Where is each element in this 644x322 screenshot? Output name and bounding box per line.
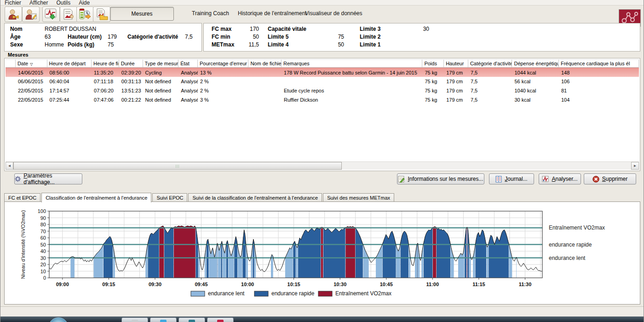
column-header-select[interactable] bbox=[6, 59, 16, 68]
measurement-import-button[interactable] bbox=[42, 6, 60, 22]
profile-age-label: Âge bbox=[10, 33, 21, 40]
journal-button[interactable]: Journal... bbox=[489, 173, 534, 184]
horizontal-scrollbar[interactable]: ◄ ► bbox=[6, 161, 639, 170]
fcmin-label: FC min bbox=[212, 33, 230, 40]
edit-note-icon bbox=[398, 176, 405, 183]
column-header-Date[interactable]: Date▽ bbox=[16, 59, 47, 68]
profile-panel: Nom ROBERT DOUSSAN Âge 63 Hauteur (cm) 1… bbox=[4, 23, 202, 52]
svg-text:11:15: 11:15 bbox=[472, 282, 485, 287]
nav-mesures-button[interactable]: Mesures bbox=[110, 7, 174, 21]
table-row[interactable]: 22/05/201517:14:5707:06:2013:51:23Not de… bbox=[6, 86, 639, 95]
display-settings-button[interactable]: Paramètres d'affichage... bbox=[14, 173, 82, 184]
cell: Analysé bbox=[178, 86, 198, 95]
menu-aide[interactable]: Aide bbox=[75, 0, 94, 6]
cell bbox=[248, 77, 282, 86]
limite4-label: Limite 4 bbox=[268, 41, 288, 48]
taskbar-button-4[interactable] bbox=[207, 317, 234, 322]
journal-icon bbox=[495, 176, 502, 183]
menu-bar: FichierAfficherOutilsAide bbox=[0, 0, 644, 6]
column-header-Catégorie d'activité[interactable]: Catégorie d'activité bbox=[468, 59, 512, 68]
table-body: 14/06/201508:56:0011:35:2002:39:20Cyclin… bbox=[6, 68, 639, 104]
profile-sexe-value: Homme bbox=[45, 41, 64, 48]
table-row[interactable]: 06/06/201506:40:0407:11:1800:31:13Not de… bbox=[6, 77, 639, 86]
cell: 2 % bbox=[198, 86, 248, 95]
nav-visualiseur-button[interactable]: Visualiseur de données bbox=[305, 7, 362, 20]
analyser-button[interactable]: Analyser... bbox=[539, 173, 581, 184]
user-switch-button[interactable] bbox=[5, 6, 22, 22]
open-measurement-folder-button[interactable] bbox=[93, 6, 110, 22]
nav-training-coach-button[interactable]: Training Coach bbox=[192, 7, 229, 20]
column-header-Dépense énergétique[interactable]: Dépense énergétique bbox=[512, 59, 558, 68]
scroll-right-button[interactable]: ► bbox=[631, 162, 639, 170]
column-header-Poids[interactable]: Poids bbox=[422, 59, 444, 68]
svg-text:endurance lent: endurance lent bbox=[208, 290, 245, 297]
taskbar-app-icon bbox=[132, 320, 138, 322]
column-header-Heure de départ[interactable]: Heure de départ bbox=[47, 59, 92, 68]
cell: 17:14:57 bbox=[47, 86, 92, 95]
heartrate-chart-icon bbox=[45, 8, 58, 20]
limite5-value: 75 bbox=[326, 33, 344, 40]
taskbar-button-1[interactable] bbox=[121, 317, 148, 322]
delete-icon bbox=[592, 176, 599, 183]
user-edit-button[interactable] bbox=[22, 6, 40, 22]
fcmax-value: 170 bbox=[241, 25, 259, 33]
taskbar-button-2[interactable] bbox=[150, 317, 177, 322]
gear-icon bbox=[15, 176, 21, 182]
cell bbox=[248, 68, 282, 77]
cell bbox=[282, 77, 422, 86]
tab-suivi-des-mesures-metmax[interactable]: Suivi des mesures METmax bbox=[323, 193, 394, 202]
cell bbox=[6, 77, 16, 86]
cell: 7,5 bbox=[468, 86, 512, 95]
svg-text:09:30: 09:30 bbox=[149, 282, 161, 287]
column-header-Type de mesure[interactable]: Type de mesure bbox=[143, 59, 179, 68]
taskbar-app-icon bbox=[189, 320, 195, 322]
document-folder-icon bbox=[95, 8, 108, 20]
supprimer-button[interactable]: Supprimer bbox=[584, 173, 636, 184]
tab-fc-et-epoc[interactable]: FC et EPOC bbox=[4, 193, 40, 202]
column-header-Hauteur[interactable]: Hauteur bbox=[444, 59, 468, 68]
tab-classification-de-l-entra-nement-l-endur[interactable]: Classification de l'entraînement à l'end… bbox=[41, 193, 151, 202]
taskbar-button-3[interactable] bbox=[178, 317, 205, 322]
svg-text:09:45: 09:45 bbox=[195, 282, 207, 287]
column-header-Pourcentage d'erreur[interactable]: Pourcentage d'erreur bbox=[198, 59, 248, 68]
capacite-label: Capacité vitale bbox=[268, 25, 306, 33]
device-sync-button[interactable] bbox=[76, 6, 94, 22]
svg-text:10: 10 bbox=[40, 269, 46, 274]
display-settings-label: Paramètres d'affichage... bbox=[23, 172, 82, 185]
svg-text:11:30: 11:30 bbox=[519, 282, 532, 287]
menu-outils[interactable]: Outils bbox=[52, 0, 75, 6]
scroll-left-button[interactable]: ◄ bbox=[6, 162, 13, 170]
column-header-Remarques[interactable]: Remarques bbox=[282, 59, 422, 68]
taskbar-app-icon bbox=[217, 320, 224, 322]
nav-historique-button[interactable]: Historique de l'entraînement bbox=[238, 7, 307, 20]
column-header-Nom de fichier[interactable]: Nom de fichier bbox=[248, 59, 282, 68]
measures-group-label: Mesures bbox=[7, 52, 29, 58]
menu-afficher[interactable]: Afficher bbox=[25, 0, 52, 6]
fcmax-label: FC max bbox=[212, 25, 231, 33]
cell bbox=[248, 86, 282, 95]
report-document-icon bbox=[62, 8, 75, 20]
cell: Analysé bbox=[178, 95, 198, 104]
tab-suivi-epoc[interactable]: Suivi EPOC bbox=[152, 193, 187, 202]
table-row[interactable]: 14/06/201508:56:0011:35:2002:39:20Cyclin… bbox=[6, 68, 639, 77]
column-header-État[interactable]: État bbox=[178, 59, 198, 68]
menu-fichier[interactable]: Fichier bbox=[0, 0, 25, 6]
column-header-Durée[interactable]: Durée bbox=[119, 59, 143, 68]
cell: 106 bbox=[559, 77, 639, 86]
toolbar: Mesures Training Coach Historique de l'e… bbox=[0, 6, 644, 22]
cell: 14/06/2015 bbox=[16, 68, 47, 77]
table-row[interactable]: 22/05/201507:25:4407:47:0600:21:22Not de… bbox=[6, 95, 639, 104]
cell bbox=[6, 68, 16, 77]
cell: 07:25:44 bbox=[47, 95, 92, 104]
cell: 75 kg bbox=[422, 77, 444, 86]
tab-suivi-de-la-classification-de-l-entra-ne[interactable]: Suivi de la classification de l'entraîne… bbox=[188, 193, 322, 202]
report-export-button[interactable] bbox=[60, 6, 77, 22]
cell: 11:35:20 bbox=[92, 68, 119, 77]
column-header-Fréquence cardiaque la plus él[interactable]: Fréquence cardiaque la plus él bbox=[559, 59, 639, 68]
scrollbar-thumb[interactable] bbox=[13, 162, 342, 170]
measure-info-button[interactable]: Informations sur les mesures... bbox=[397, 173, 484, 184]
column-header-Heure de fin[interactable]: Heure de fin bbox=[92, 59, 119, 68]
cell: 179 cm bbox=[444, 68, 468, 77]
application-window: FichierAfficherOutilsAide bbox=[0, 0, 644, 322]
svg-text:50: 50 bbox=[40, 242, 46, 247]
